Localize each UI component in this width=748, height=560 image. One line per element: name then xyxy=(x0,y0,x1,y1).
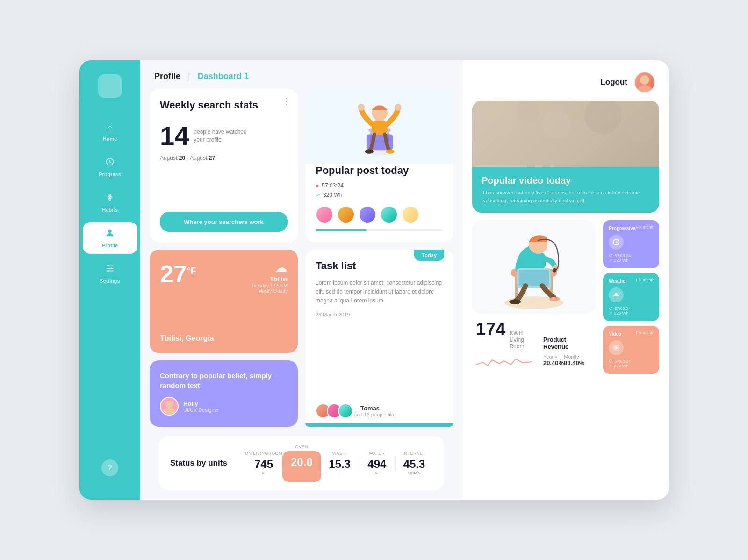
sidebar-item-habits[interactable]: Habits xyxy=(83,187,137,218)
home-icon: ⌂ xyxy=(107,122,113,134)
energy-room: Living Room xyxy=(509,337,532,350)
weather-condition: Mostly Cloudy xyxy=(251,288,288,294)
status-value-wrap-4: 45.3 MBP/S xyxy=(403,458,425,475)
task-cta-bar xyxy=(305,423,453,427)
searchers-button[interactable]: Where your searchers work xyxy=(160,212,288,232)
weather-icon-area: ☁ Tbilisi Tuesday 1:05 PM Mostly Cloudy xyxy=(251,260,288,294)
weather-temp-area: 27°F xyxy=(160,260,196,288)
mc-stat-power-0: ↗320 Wh xyxy=(609,258,654,263)
settings-icon xyxy=(105,263,115,276)
svg-point-28 xyxy=(584,101,622,134)
svg-point-24 xyxy=(640,75,649,85)
revenue-monthly: Montly 80.40% xyxy=(564,354,584,366)
status-label-3: WATER xyxy=(369,451,385,456)
stat-date: August 20 - August 27 xyxy=(160,155,288,161)
stat-number: 14 xyxy=(160,121,189,151)
status-unit-2: . xyxy=(339,471,340,475)
help-button[interactable]: ? xyxy=(101,459,118,476)
avatar-row xyxy=(316,206,443,223)
post-stats: ● 57:03:24 ↗ 320 Wh xyxy=(316,182,443,198)
revenue-stats: Yearly 20.40% Montly 80.40% xyxy=(543,354,584,366)
svg-point-37 xyxy=(553,268,557,273)
sidebar-label-settings: Settings xyxy=(100,278,120,284)
task-person-info: Tomas and 16 people like xyxy=(354,405,396,417)
status-item-internet: INTERNET 45.3 MBP/S xyxy=(396,451,433,475)
mc-stat-time-1: ⏱57:03:24 xyxy=(609,306,654,311)
sidebar-nav: ⌂ Home Progress Habits xyxy=(79,116,140,459)
avatar-5 xyxy=(402,206,419,223)
weekly-stats-title: Weekly search stats xyxy=(160,99,288,111)
status-value-wrap-2: 15.3 . xyxy=(329,458,351,475)
weather-temperature: 27°F xyxy=(160,260,196,288)
status-value-wrap-3: 494 w xyxy=(367,458,386,475)
svg-rect-16 xyxy=(372,121,388,135)
svg-rect-39 xyxy=(519,270,549,286)
author-info: Holly UI/UX Designer xyxy=(183,400,219,413)
post-illustration xyxy=(305,89,453,164)
status-label-2: WASH. xyxy=(332,451,347,456)
energy-value-row: 174 KWH Living Room xyxy=(476,319,532,350)
status-item-water: WATER 494 w xyxy=(358,451,396,475)
weather-top: 27°F ☁ Tbilisi Tuesday 1:05 PM Mostly Cl… xyxy=(160,260,288,294)
stat-description: people have watched your profile xyxy=(194,128,250,144)
svg-point-22 xyxy=(386,149,395,153)
sidebar-label-profile: Profile xyxy=(102,243,118,248)
sidebar-item-home[interactable]: ⌂ Home xyxy=(83,116,137,147)
main-content: Profile | Dashboard 1 ⋮ Weekly search st… xyxy=(140,60,463,500)
svg-point-41 xyxy=(550,297,560,301)
sidebar-item-settings[interactable]: Settings xyxy=(83,258,137,289)
today-badge: Today xyxy=(414,250,444,261)
task-avatars xyxy=(316,403,349,418)
hero-overlay: Popular video today It has survived not … xyxy=(472,167,659,213)
hero-description: It has survived not only five centuries,… xyxy=(482,189,650,204)
user-avatar[interactable] xyxy=(634,72,655,93)
post-power: ↗ 320 Wh xyxy=(316,192,443,198)
yearly-label: Yearly xyxy=(543,354,564,359)
task-avatar-3 xyxy=(338,403,353,418)
energy-meta: KWH Living Room xyxy=(509,330,532,350)
svg-point-5 xyxy=(108,230,111,233)
mc-stat-power-1: ↗320 Wh xyxy=(609,311,654,316)
post-time: ● 57:03:24 xyxy=(316,182,443,189)
cloud-icon: ☁ xyxy=(251,260,288,275)
status-unit-4: MBP/S xyxy=(408,471,421,475)
header-dashboard: Dashboard 1 xyxy=(198,72,249,81)
mini-card-video[interactable]: Fix month Video ⏱57:03:24 ↗320 Wh xyxy=(603,326,659,374)
video-illustration xyxy=(472,220,596,314)
profile-icon xyxy=(105,228,115,241)
svg-point-27 xyxy=(542,111,570,139)
avatar-3 xyxy=(359,206,376,223)
weekly-stats-menu[interactable]: ⋮ xyxy=(282,96,290,107)
mini-card-weather[interactable]: Fix month Weather ⏱57:03:24 ↗320 Wh xyxy=(603,273,659,321)
status-unit-0: w xyxy=(262,471,266,475)
habits-icon xyxy=(105,192,115,205)
svg-point-2 xyxy=(110,196,112,198)
weekly-stats-card: ⋮ Weekly search stats 14 people have wat… xyxy=(150,89,298,242)
mc-sub-0: Fix month xyxy=(636,225,654,230)
svg-point-23 xyxy=(165,401,173,408)
sidebar-item-progress[interactable]: Progress xyxy=(83,151,137,183)
weather-date: Tuesday 1:05 PM xyxy=(251,283,288,288)
status-highlight-oven: 20.0 . xyxy=(282,451,321,482)
sidebar-bottom: ? xyxy=(101,459,118,486)
main-header: Profile | Dashboard 1 xyxy=(140,60,463,89)
popular-post-title: Popular post today xyxy=(316,165,443,177)
status-value-3: 494 xyxy=(367,458,386,471)
svg-point-1 xyxy=(108,196,109,198)
status-section: Status by units ON/LIVINGROOM 745 w OVEN… xyxy=(140,436,463,500)
status-value-2: 15.3 xyxy=(329,458,351,471)
mc-sub-2: Fix month xyxy=(636,330,654,335)
sidebar: ⌂ Home Progress Habits xyxy=(79,60,140,500)
task-likes: and 16 people like xyxy=(354,412,396,417)
svg-point-9 xyxy=(108,265,109,267)
svg-point-26 xyxy=(517,101,540,122)
status-value-0: 745 xyxy=(254,458,273,471)
status-unit-3: w xyxy=(375,471,379,475)
svg-point-40 xyxy=(509,299,521,304)
svg-point-3 xyxy=(109,194,111,196)
svg-rect-34 xyxy=(522,252,546,270)
avatar-4 xyxy=(380,206,398,223)
sidebar-item-profile[interactable]: Profile xyxy=(83,222,137,254)
mini-card-progressive[interactable]: Fix month Progressive ⏱57:03:24 ↗320 Wh xyxy=(603,220,659,268)
svg-point-18 xyxy=(358,104,365,111)
